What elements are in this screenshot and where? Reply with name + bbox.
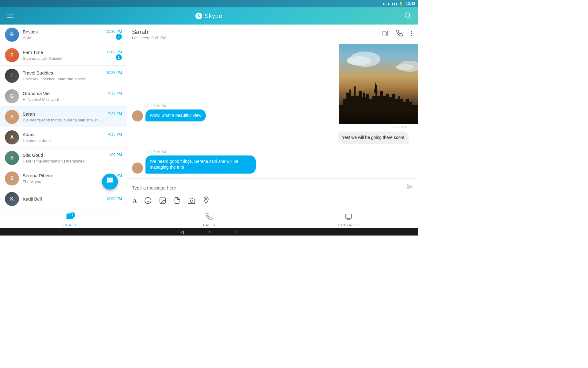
svg-point-15 [190, 200, 193, 202]
compose-icon [106, 177, 114, 186]
chat-info-fam-time: Fam Time 11:00 PM Give us a call, Natali… [23, 50, 122, 61]
chat-item-kadji-bell[interactable]: K Kadji Bell 12:05 PM [0, 189, 127, 209]
recent-button[interactable]: □ [236, 229, 238, 234]
street-level [339, 109, 418, 124]
chat-last-seen: Last seen: 8:20 PM [132, 36, 166, 40]
message-bubble-3: I've heard good things. Serena said she … [145, 155, 256, 174]
message-input-row [132, 181, 413, 194]
app-title: Skype [205, 13, 222, 20]
chat-item-fam-time[interactable]: F Fam Time 11:00 PM Give us a call, Nata… [0, 45, 127, 66]
bottom-nav: 2 CHATS CALLS CONTACTS [0, 211, 418, 228]
chat-item-sarah[interactable]: S Sarah 7:24 PM I've heard good things. … [0, 107, 127, 127]
svg-line-1 [409, 17, 410, 18]
chat-info-sarah: Sarah 7:24 PM I've heard good things. Se… [23, 111, 122, 123]
chat-name-sita-goud: Sita Goud [23, 152, 43, 158]
chat-time-sita-goud: 1:00 PM [108, 153, 122, 157]
msg3-timestamp: Tue 7:24 PM [147, 150, 166, 154]
chat-header-row-sarah: Sarah 7:24 PM [23, 111, 122, 117]
svg-point-5 [411, 33, 412, 34]
calls-nav-icon [205, 213, 213, 221]
chat-item-travel-buddies[interactable]: T Travel Buddies 10:23 PM Have you check… [0, 66, 127, 86]
phone-icon [396, 30, 403, 37]
chat-compose-icon [106, 177, 114, 184]
nav-label-contacts: CONTACTS [338, 223, 359, 227]
chat-time-grandma-vie: 9:12 PM [108, 91, 122, 95]
chat-header-row-kadji-bell: Kadji Bell 12:05 PM [23, 196, 122, 201]
msg2-text: Yes! we will be going there soon! [342, 135, 404, 140]
text-format-button[interactable]: A [132, 197, 138, 205]
more-options-button[interactable] [409, 29, 413, 40]
message-group-3: Tue 7:24 PM I've heard good things. Sere… [145, 150, 256, 174]
emoji-button[interactable] [144, 196, 152, 206]
avatar-grandma-vie: G [5, 89, 19, 103]
more-options-icon [410, 30, 412, 37]
chat-preview-besties: YUM [23, 36, 32, 40]
app-bar-left [5, 11, 16, 21]
chat-preview-sarah: I've heard good things. Serena said she … [23, 118, 103, 122]
chat-name-adam: Adam [23, 132, 35, 137]
send-button[interactable] [406, 183, 413, 192]
nav-label-chats: CHATS [63, 223, 76, 227]
contacts-nav-icon [345, 213, 352, 221]
home-button[interactable]: ○ [208, 229, 211, 234]
message-bubble-1: Wow! what a beautiful view [145, 109, 206, 122]
svg-point-16 [205, 198, 207, 200]
wifi-icon2: ▲ [387, 2, 390, 6]
nav-item-chats[interactable]: 2 CHATS [0, 211, 139, 229]
cloud2 [396, 64, 414, 70]
avatar-besties: B [5, 28, 19, 42]
main-layout: B Besties 11:30 PM YUM 1 F Fam Time 11:0… [0, 25, 418, 211]
chat-item-adam[interactable]: A Adam 4:15 PM I'm almost done [0, 127, 127, 148]
video-call-icon [381, 30, 389, 37]
camera-button[interactable] [187, 197, 196, 206]
status-bar: ▲ ▲ ▮▮▮ 🔋 12:48 [0, 0, 418, 7]
chat-contact-name: Sarah [132, 29, 166, 36]
badge-besties: 1 [116, 34, 122, 40]
chat-time-adam: 4:15 PM [108, 132, 122, 136]
svg-rect-2 [382, 32, 386, 35]
svg-point-0 [405, 13, 410, 17]
chat-item-besties[interactable]: B Besties 11:30 PM YUM 1 [0, 25, 127, 45]
file-button[interactable] [173, 196, 181, 206]
menu-button[interactable] [5, 11, 16, 21]
search-button[interactable] [402, 10, 413, 23]
chat-time-besties: 11:30 PM [106, 29, 122, 34]
city-image-bg [339, 44, 418, 124]
chat-name-serena-ribeiro: Serena Ribeiro [23, 173, 53, 178]
chat-preview-travel-buddies: Have you checked under the stairs? [23, 77, 86, 81]
chat-header-row-besties: Besties 11:30 PM [23, 29, 122, 34]
nav-item-calls[interactable]: CALLS [139, 211, 279, 229]
avatar-sita-goud: S [5, 151, 19, 165]
msg3-text: I've heard good things. Serena said she … [150, 159, 238, 170]
image-button[interactable] [158, 196, 167, 206]
chat-preview-serena-ribeiro: Thank you! [23, 179, 42, 184]
back-button[interactable]: ◁ [180, 229, 184, 234]
chat-item-grandma-vie[interactable]: G Grandma Vie 9:12 PM Hi Natalie! Miss y… [0, 86, 127, 107]
chat-header-row-sita-goud: Sita Goud 1:00 PM [23, 152, 122, 158]
nav-badge-chats: 2 [70, 212, 75, 218]
svg-point-14 [161, 199, 162, 200]
signal-icon: ▮▮▮ [392, 2, 397, 6]
video-call-button[interactable] [380, 29, 390, 40]
chat-info-sita-goud: Sita Goud 1:00 PM Here is the informatio… [23, 152, 122, 164]
chat-item-sita-goud[interactable]: S Sita Goud 1:00 PM Here is the informat… [0, 148, 127, 168]
status-icons: ▲ ▲ ▮▮▮ 🔋 12:48 [382, 2, 415, 6]
avatar-fam-time: F [5, 48, 19, 62]
left-panel-wrapper: B Besties 11:30 PM YUM 1 F Fam Time 11:0… [0, 25, 127, 211]
send-icon [406, 183, 413, 190]
chat-name-sarah: Sarah [23, 111, 35, 117]
svg-point-6 [411, 35, 412, 36]
compose-fab[interactable] [102, 174, 118, 190]
voice-call-button[interactable] [395, 29, 404, 40]
message-input[interactable] [132, 185, 404, 190]
chat-info-adam: Adam 4:15 PM I'm almost done [23, 132, 122, 143]
message-group-1: Tue 7:22 PM Wow! what a beautiful view [145, 104, 206, 122]
avatar-travel-buddies: T [5, 69, 19, 83]
location-button[interactable] [202, 196, 210, 207]
nav-item-contacts[interactable]: CONTACTS [279, 211, 418, 229]
chat-info-grandma-vie: Grandma Vie 9:12 PM Hi Natalie! Miss you… [23, 91, 122, 102]
android-nav: ◁ ○ □ [0, 228, 418, 236]
chat-header-row-adam: Adam 4:15 PM [23, 132, 122, 137]
app-bar-center: S Skype [195, 13, 222, 20]
chat-name-besties: Besties [23, 29, 38, 34]
